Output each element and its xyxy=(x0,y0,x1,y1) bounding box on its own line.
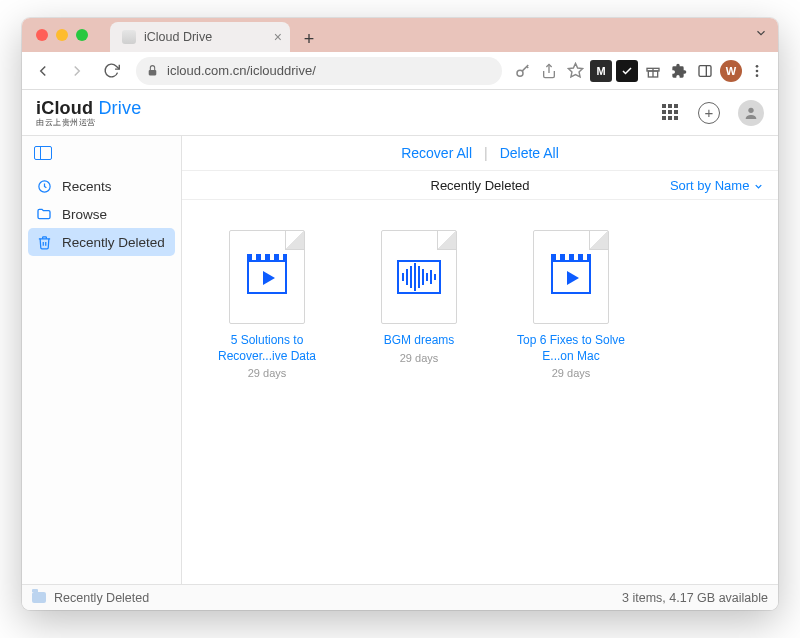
svg-point-9 xyxy=(756,65,759,68)
status-path: Recently Deleted xyxy=(54,591,149,605)
file-item[interactable]: Top 6 Fixes to Solve E...on Mac 29 days xyxy=(516,230,626,379)
profile-avatar-button[interactable]: W xyxy=(720,60,742,82)
file-meta: 29 days xyxy=(552,367,591,379)
share-icon[interactable] xyxy=(538,60,560,82)
movie-icon xyxy=(247,260,287,294)
browser-tabstrip: iCloud Drive × + xyxy=(22,18,778,52)
star-icon[interactable] xyxy=(564,60,586,82)
logo-part1: iCloud xyxy=(36,98,93,118)
back-button[interactable] xyxy=(28,57,58,85)
list-header: Recently Deleted Sort by Name xyxy=(182,170,778,200)
sidebar-item-label: Browse xyxy=(62,207,107,222)
svg-point-10 xyxy=(756,69,759,72)
svg-point-11 xyxy=(756,74,759,77)
svg-rect-0 xyxy=(149,70,157,75)
separator: | xyxy=(484,145,488,161)
tab-list-button[interactable] xyxy=(754,26,768,40)
recover-all-button[interactable]: Recover All xyxy=(401,145,472,161)
action-bar: Recover All | Delete All xyxy=(182,136,778,170)
sidebar: Recents Browse Recently Deleted xyxy=(22,136,182,584)
lock-icon xyxy=(146,64,159,77)
audio-icon xyxy=(397,260,441,294)
reload-button[interactable] xyxy=(96,57,126,85)
address-bar[interactable]: icloud.com.cn/iclouddrive/ xyxy=(136,57,502,85)
app-header: iCloud Drive 由云上贵州运营 + xyxy=(22,90,778,136)
close-window-icon[interactable] xyxy=(36,29,48,41)
sidebar-item-label: Recently Deleted xyxy=(62,235,165,250)
file-name: Top 6 Fixes to Solve E...on Mac xyxy=(516,333,626,364)
status-info: 3 items, 4.17 GB available xyxy=(622,591,768,605)
file-item[interactable]: 5 Solutions to Recover...ive Data 29 day… xyxy=(212,230,322,379)
sort-button[interactable]: Sort by Name xyxy=(670,178,778,193)
tab-title: iCloud Drive xyxy=(144,30,212,44)
key-icon[interactable] xyxy=(512,60,534,82)
clock-icon xyxy=(36,178,52,194)
extension-m-icon[interactable]: M xyxy=(590,60,612,82)
trash-icon xyxy=(36,234,52,250)
status-bar: Recently Deleted 3 items, 4.17 GB availa… xyxy=(22,584,778,610)
side-panel-button[interactable] xyxy=(694,60,716,82)
file-thumbnail xyxy=(381,230,457,324)
file-thumbnail xyxy=(533,230,609,324)
file-name: 5 Solutions to Recover...ive Data xyxy=(212,333,322,364)
sidebar-item-label: Recents xyxy=(62,179,112,194)
svg-point-1 xyxy=(517,70,523,76)
extension-gift-icon[interactable] xyxy=(642,60,664,82)
account-avatar-icon[interactable] xyxy=(738,100,764,126)
close-tab-icon[interactable]: × xyxy=(274,29,282,45)
file-thumbnail xyxy=(229,230,305,324)
file-meta: 29 days xyxy=(248,367,287,379)
file-grid: 5 Solutions to Recover...ive Data 29 day… xyxy=(182,200,778,584)
extension-check-icon[interactable] xyxy=(616,60,638,82)
svg-point-12 xyxy=(748,107,753,112)
window-controls xyxy=(28,18,96,52)
folder-mini-icon xyxy=(32,592,46,603)
delete-all-button[interactable]: Delete All xyxy=(500,145,559,161)
maximize-window-icon[interactable] xyxy=(76,29,88,41)
file-name: BGM dreams xyxy=(384,333,455,349)
forward-button[interactable] xyxy=(62,57,92,85)
url-text: icloud.com.cn/iclouddrive/ xyxy=(167,63,316,78)
sidebar-item-recently-deleted[interactable]: Recently Deleted xyxy=(28,228,175,256)
extensions-puzzle-icon[interactable] xyxy=(668,60,690,82)
browser-menu-button[interactable] xyxy=(746,60,768,82)
apps-grid-icon[interactable] xyxy=(662,104,680,122)
browser-toolbar: icloud.com.cn/iclouddrive/ M xyxy=(22,52,778,90)
apple-favicon xyxy=(122,30,136,44)
file-item[interactable]: BGM dreams 29 days xyxy=(364,230,474,364)
sidebar-item-recents[interactable]: Recents xyxy=(28,172,175,200)
browser-window: iCloud Drive × + icloud.com.cn/iclouddri… xyxy=(22,18,778,610)
new-tab-button[interactable]: + xyxy=(296,26,322,52)
folder-icon xyxy=(36,206,52,222)
toggle-sidebar-icon[interactable] xyxy=(34,146,52,160)
logo-part2: Drive xyxy=(98,98,141,118)
movie-icon xyxy=(551,260,591,294)
svg-rect-7 xyxy=(699,65,711,76)
sidebar-item-browse[interactable]: Browse xyxy=(28,200,175,228)
main-content: Recover All | Delete All Recently Delete… xyxy=(182,136,778,584)
list-title: Recently Deleted xyxy=(431,178,530,193)
app-logo[interactable]: iCloud Drive 由云上贵州运营 xyxy=(36,99,141,127)
minimize-window-icon[interactable] xyxy=(56,29,68,41)
svg-marker-3 xyxy=(568,63,582,76)
logo-subtitle: 由云上贵州运营 xyxy=(36,119,141,127)
file-meta: 29 days xyxy=(400,352,439,364)
browser-tab[interactable]: iCloud Drive × xyxy=(110,22,290,52)
upload-button[interactable]: + xyxy=(698,102,720,124)
